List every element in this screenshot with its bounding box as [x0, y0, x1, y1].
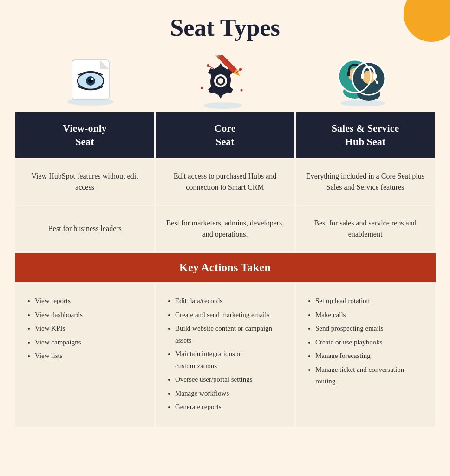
list-item: View KPIs [35, 323, 145, 335]
gear-pencil-icon [195, 55, 255, 106]
page-wrapper: Seat Types [0, 0, 450, 476]
core-actions-list: Edit data/records Create and send market… [165, 295, 285, 413]
list-item: Manage ticket and conversation routing [315, 364, 425, 388]
description-row: View HubSpot features without edit acces… [15, 159, 436, 205]
sales-service-description: Everything included in a Core Seat plus … [295, 159, 436, 205]
sales-service-actions: Set up lead rotation Make calls Send pro… [295, 283, 436, 428]
list-item: Maintain integrations or customizations [175, 348, 285, 372]
sales-service-best-for: Best for sales and service reps and enab… [295, 205, 436, 252]
list-item: View campaigns [35, 337, 145, 349]
svg-point-26 [340, 100, 385, 106]
list-item: Oversee user/portal settings [175, 374, 285, 386]
list-item: Manage forecasting [315, 350, 425, 362]
sales-service-header: Sales & ServiceHub Seat [295, 112, 436, 159]
svg-point-11 [203, 102, 242, 109]
svg-point-23 [240, 89, 242, 92]
svg-point-14 [218, 78, 223, 84]
view-only-header: View-onlySeat [15, 112, 155, 159]
svg-point-39 [376, 81, 378, 84]
header-row: View-onlySeat CoreSeat Sales & ServiceHu… [15, 112, 436, 159]
headset-icon [329, 55, 390, 106]
sales-service-icon-cell [292, 55, 427, 111]
core-actions: Edit data/records Create and send market… [155, 283, 295, 428]
key-actions-header-row: Key Actions Taken [15, 252, 436, 283]
without-underline: without [103, 172, 125, 180]
view-only-actions-list: View reports View dashboards View KPIs V… [25, 295, 145, 362]
view-only-description: View HubSpot features without edit acces… [15, 159, 155, 205]
list-item: View reports [35, 295, 145, 307]
eye-doc-icon [60, 55, 121, 106]
list-item: Set up lead rotation [315, 295, 425, 307]
list-item: Generate reports [175, 401, 285, 413]
svg-point-35 [362, 71, 375, 84]
icons-row [14, 55, 436, 111]
svg-point-40 [357, 87, 380, 101]
core-header: CoreSeat [155, 112, 295, 159]
actions-row: View reports View dashboards View KPIs V… [15, 283, 436, 428]
list-item: Manage workflows [175, 388, 285, 400]
list-item: View dashboards [35, 309, 145, 321]
list-item: Create and send marketing emails [175, 309, 285, 321]
svg-point-22 [201, 87, 203, 89]
svg-rect-29 [347, 72, 350, 76]
list-item: Create or use playbooks [315, 337, 425, 349]
view-only-icon-cell [23, 55, 158, 111]
page-title: Seat Types [14, 14, 436, 41]
svg-rect-36 [361, 74, 364, 79]
sales-service-actions-list: Set up lead rotation Make calls Send pro… [305, 295, 425, 388]
svg-point-10 [91, 78, 93, 80]
core-icon-cell [158, 55, 293, 111]
best-for-row: Best for business leaders Best for marke… [15, 205, 436, 252]
key-actions-label: Key Actions Taken [15, 252, 436, 283]
list-item: Edit data/records [175, 295, 285, 307]
core-description: Edit access to purchased Hubs and connec… [155, 159, 295, 205]
seat-table: View-onlySeat CoreSeat Sales & ServiceHu… [14, 111, 436, 428]
list-item: Send prospecting emails [315, 323, 425, 335]
list-item: View lists [35, 350, 145, 362]
view-only-actions: View reports View dashboards View KPIs V… [15, 283, 155, 428]
list-item: Make calls [315, 309, 425, 321]
view-only-best-for: Best for business leaders [15, 205, 155, 252]
core-best-for: Best for marketers, admins, developers, … [155, 205, 295, 252]
list-item: Build website content or campaign assets [175, 323, 285, 346]
